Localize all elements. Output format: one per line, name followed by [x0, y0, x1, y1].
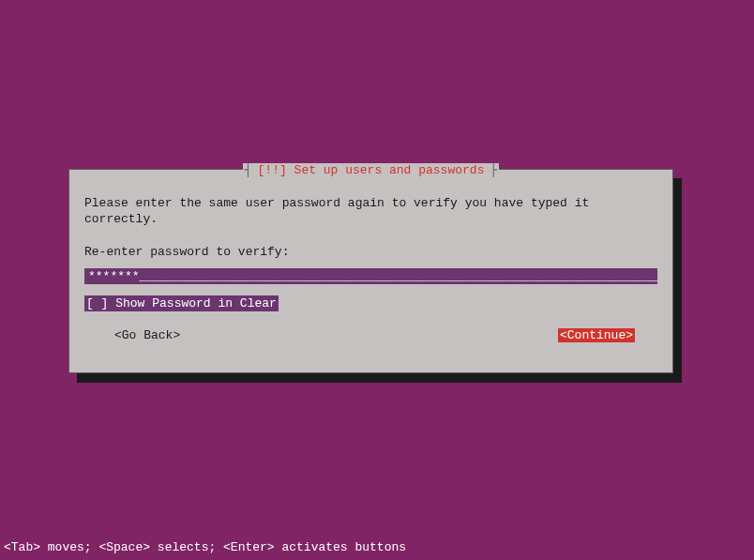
password-field-label: Re-enter password to verify: [84, 245, 657, 259]
show-password-checkbox[interactable]: [ ] Show Password in Clear [84, 295, 279, 311]
title-prefix: [!!] [258, 163, 287, 177]
dialog-buttons: <Go Back> <Continue> [84, 328, 657, 342]
dialog-title-bar: ┤ [!!] Set up users and passwords ├ [69, 162, 672, 177]
dialog-title: [!!] Set up users and passwords [254, 163, 489, 177]
dialog-content: Please enter the same user password agai… [69, 170, 672, 357]
instruction-text: Please enter the same user password agai… [84, 196, 657, 228]
password-input[interactable]: *******_________________________________… [84, 268, 657, 284]
checkbox-state: [ ] [86, 296, 108, 310]
keyboard-hint: <Tab> moves; <Space> selects; <Enter> ac… [4, 540, 406, 554]
go-back-button[interactable]: <Go Back> [114, 328, 180, 342]
title-label: Set up users and passwords [294, 163, 485, 177]
continue-button[interactable]: <Continue> [558, 328, 635, 342]
checkbox-label: Show Password in Clear [115, 296, 277, 310]
title-delim-right: ├ [488, 163, 499, 177]
installer-dialog: ┤ [!!] Set up users and passwords ├ Plea… [68, 169, 673, 373]
title-delim-left: ┤ [243, 163, 254, 177]
